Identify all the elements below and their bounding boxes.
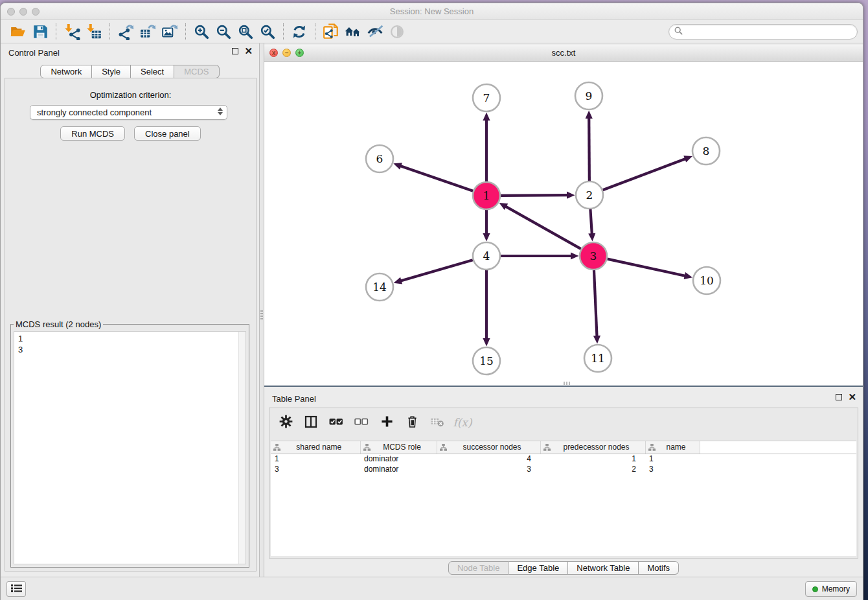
graph-node-14[interactable]: 14 xyxy=(366,273,393,301)
table-settings-button[interactable] xyxy=(276,413,295,432)
export-table-icon xyxy=(139,23,156,40)
refresh-icon xyxy=(291,23,308,40)
graph-edge-2-3[interactable] xyxy=(588,209,595,242)
graph-node-1[interactable]: 1 xyxy=(473,182,500,209)
home-button[interactable] xyxy=(342,22,364,41)
graph-node-15[interactable]: 15 xyxy=(473,347,500,375)
column-header-successor-nodes[interactable]: successor nodes xyxy=(437,441,540,454)
save-session-button[interactable] xyxy=(29,22,51,41)
control-panel-title: Control Panel xyxy=(8,48,60,58)
table-cell[interactable]: 2 xyxy=(540,464,645,474)
zoom-fit-button[interactable] xyxy=(234,22,257,41)
deselect-all-button[interactable] xyxy=(352,413,371,432)
graph-edge-1-4[interactable] xyxy=(483,210,490,242)
zoom-out-button[interactable] xyxy=(212,22,234,41)
criterion-select[interactable]: strongly connected component xyxy=(30,105,227,120)
column-header-shared-name[interactable]: shared name xyxy=(271,441,360,454)
graph-node-7[interactable]: 7 xyxy=(473,84,500,111)
table-cell[interactable]: 3 xyxy=(437,464,540,474)
memory-button[interactable]: Memory xyxy=(805,581,857,597)
float-panel-icon[interactable] xyxy=(232,48,238,54)
tab-network-table[interactable]: Network Table xyxy=(568,561,639,575)
table-float-panel-icon[interactable] xyxy=(836,394,842,400)
graphics-details-button[interactable] xyxy=(386,22,408,41)
tab-select[interactable]: Select xyxy=(131,65,174,78)
export-image-button[interactable] xyxy=(159,22,181,41)
export-network-button[interactable] xyxy=(115,22,137,41)
close-panel-button[interactable]: Close panel xyxy=(134,126,201,141)
column-header-MCDS-role[interactable]: MCDS role xyxy=(360,441,437,454)
table-row[interactable]: 3dominator323 xyxy=(271,464,856,474)
graph-edge-2-8[interactable] xyxy=(603,156,692,190)
zoom-selected-button[interactable] xyxy=(257,22,279,41)
table-close-panel-icon[interactable]: ✕ xyxy=(848,394,856,400)
graph-node-10[interactable]: 10 xyxy=(693,267,720,294)
graph-node-11[interactable]: 11 xyxy=(584,345,611,372)
column-header-name[interactable]: name xyxy=(645,441,700,454)
table-cell[interactable]: 3 xyxy=(645,464,700,474)
export-table-button[interactable] xyxy=(137,22,159,41)
graph-edge-3-10[interactable] xyxy=(607,259,692,279)
table-panel-body: f(x) shared nameMCDS rolesuccessor nodes… xyxy=(269,408,858,559)
table-cell[interactable]: 4 xyxy=(437,454,540,464)
delete-column-button[interactable] xyxy=(402,413,422,432)
canvas-resize-grip[interactable] xyxy=(564,382,571,385)
close-panel-icon[interactable]: ✕ xyxy=(244,48,253,54)
zoom-in-button[interactable] xyxy=(190,22,212,41)
graph-edge-4-14[interactable] xyxy=(394,260,473,284)
graph-edge-1-2[interactable] xyxy=(501,192,575,199)
style-preview-icon xyxy=(367,23,383,40)
network-canvas[interactable]: 7968124314101511 xyxy=(264,62,863,386)
network-window-titlebar: x – + scc.txt xyxy=(264,45,863,62)
graph-node-2[interactable]: 2 xyxy=(576,181,603,209)
table-cell[interactable]: 1 xyxy=(540,454,645,464)
graph-edge-4-15[interactable] xyxy=(483,270,490,347)
graph-node-8[interactable]: 8 xyxy=(692,137,720,165)
graph-node-label: 7 xyxy=(483,91,490,104)
import-network-button[interactable] xyxy=(61,22,83,41)
import-table-button[interactable] xyxy=(83,22,105,41)
table-cell[interactable]: 1 xyxy=(645,454,700,464)
table-row[interactable]: 1dominator411 xyxy=(271,454,856,464)
graph-edge-3-1[interactable] xyxy=(499,203,581,249)
column-header-predecessor-nodes[interactable]: predecessor nodes xyxy=(540,441,645,454)
tab-node-table[interactable]: Node Table xyxy=(448,561,509,575)
add-column-icon xyxy=(381,415,393,430)
graph-edge-2-9[interactable] xyxy=(586,110,593,181)
export-network-icon xyxy=(117,23,134,40)
search-input[interactable] xyxy=(686,25,857,38)
tab-network[interactable]: Network xyxy=(40,65,92,78)
tab-edge-table[interactable]: Edge Table xyxy=(508,561,568,575)
graph-edge-1-6[interactable] xyxy=(393,163,473,191)
open-session-button[interactable] xyxy=(7,22,29,41)
table-cell[interactable]: 1 xyxy=(271,454,360,464)
tab-style[interactable]: Style xyxy=(92,65,131,78)
vertical-splitter[interactable] xyxy=(259,43,264,577)
refresh-button[interactable] xyxy=(288,22,310,41)
network-graph[interactable]: 7968124314101511 xyxy=(264,62,863,386)
splitter-grip[interactable] xyxy=(260,310,263,321)
table-cell[interactable]: dominator xyxy=(360,464,437,474)
graph-edge-3-11[interactable] xyxy=(593,270,600,344)
result-scrollbar[interactable] xyxy=(238,332,246,564)
graph-node-6[interactable]: 6 xyxy=(366,145,393,172)
tab-mcds[interactable]: MCDS xyxy=(174,65,219,78)
tab-motifs[interactable]: Motifs xyxy=(639,561,679,575)
graph-node-3[interactable]: 3 xyxy=(580,242,607,270)
task-history-button[interactable] xyxy=(6,581,26,597)
table-cell[interactable]: dominator xyxy=(360,454,437,464)
graph-node-9[interactable]: 9 xyxy=(575,82,602,110)
desktop-background: Session: New Session Control Panel ✕ xyxy=(0,0,868,600)
add-column-button[interactable] xyxy=(377,413,396,432)
select-all-button[interactable] xyxy=(326,413,346,432)
mcds-result-area[interactable]: 13 xyxy=(14,331,246,564)
run-mcds-button[interactable]: Run MCDS xyxy=(60,126,125,141)
style-preview-button[interactable] xyxy=(364,22,386,41)
show-columns-button[interactable] xyxy=(301,413,321,432)
graph-node-label: 3 xyxy=(590,249,597,262)
graph-edge-1-7[interactable] xyxy=(483,113,490,182)
table-cell[interactable]: 3 xyxy=(271,464,360,474)
graph-edge-4-3[interactable] xyxy=(501,252,579,259)
graph-node-4[interactable]: 4 xyxy=(473,242,500,270)
duplicate-network-button[interactable] xyxy=(320,22,342,41)
